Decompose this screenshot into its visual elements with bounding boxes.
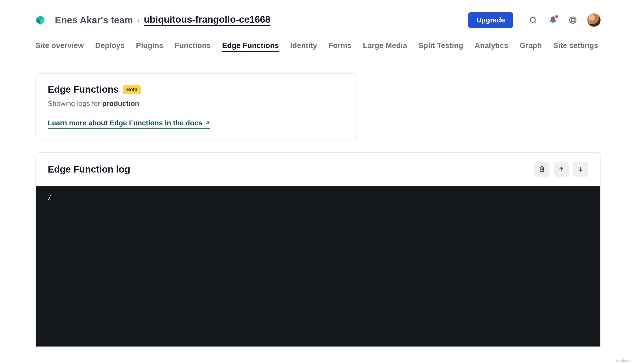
tab-plugins[interactable]: Plugins: [136, 41, 163, 52]
tab-site-settings[interactable]: Site settings: [553, 41, 598, 52]
svg-line-5: [534, 22, 536, 24]
svg-line-10: [570, 21, 572, 23]
breadcrumb-team[interactable]: Enes Akar's team: [55, 15, 133, 26]
tab-site-overview[interactable]: Site overview: [36, 41, 84, 52]
tab-analytics[interactable]: Analytics: [474, 41, 508, 52]
card-subtitle: Showing logs for production: [48, 100, 345, 108]
learn-more-link[interactable]: Learn more about Edge Functions in the d…: [48, 119, 210, 128]
top-header: Enes Akar's team › ubiquitous-frangollo-…: [36, 10, 600, 31]
chevron-right-icon: ›: [137, 16, 140, 24]
edge-function-log-panel: Edge Function log /: [36, 152, 600, 347]
tab-graph[interactable]: Graph: [520, 41, 542, 52]
tab-edge-functions[interactable]: Edge Functions: [222, 41, 279, 52]
tab-split-testing[interactable]: Split Testing: [418, 41, 464, 52]
lifebuoy-icon[interactable]: [566, 14, 579, 26]
card-sub-prefix: Showing logs for: [48, 100, 102, 107]
clipboard-export-icon: [538, 166, 545, 172]
scroll-down-button[interactable]: [573, 162, 588, 177]
edge-functions-card: Edge Functions Beta Showing logs for pro…: [36, 73, 357, 140]
copy-log-button[interactable]: [534, 162, 550, 177]
card-sub-env: production: [102, 100, 139, 107]
svg-line-9: [574, 21, 576, 23]
tab-identity[interactable]: Identity: [290, 41, 317, 52]
log-output[interactable]: /: [36, 186, 600, 346]
scroll-up-button[interactable]: [554, 162, 569, 177]
external-link-icon: [205, 120, 210, 126]
svg-point-4: [530, 17, 535, 22]
arrow-down-icon: [577, 166, 584, 172]
svg-line-11: [574, 18, 576, 19]
log-title: Edge Function log: [48, 164, 534, 175]
watermark: wsxdn.com: [616, 359, 634, 362]
beta-badge: Beta: [123, 85, 141, 94]
upgrade-button[interactable]: Upgrade: [468, 12, 513, 28]
learn-more-label: Learn more about Edge Functions in the d…: [48, 119, 202, 127]
arrow-up-icon: [558, 166, 564, 172]
netlify-logo-icon[interactable]: [36, 15, 46, 25]
notification-dot: [555, 15, 558, 18]
log-actions: [534, 162, 588, 177]
svg-point-7: [572, 19, 574, 22]
breadcrumb-site[interactable]: ubiquitous-frangollo-ce1668: [144, 14, 270, 26]
site-tabs: Site overview Deploys Plugins Functions …: [36, 41, 600, 52]
search-icon[interactable]: [527, 14, 540, 26]
card-title: Edge Functions: [48, 84, 119, 95]
log-header: Edge Function log: [36, 153, 600, 186]
bell-icon[interactable]: [547, 14, 560, 26]
tab-functions[interactable]: Functions: [175, 41, 211, 52]
breadcrumb: Enes Akar's team › ubiquitous-frangollo-…: [55, 14, 270, 26]
svg-line-8: [570, 18, 572, 19]
user-avatar[interactable]: [587, 14, 600, 27]
tab-large-media[interactable]: Large Media: [363, 41, 407, 52]
tab-deploys[interactable]: Deploys: [95, 41, 124, 52]
tab-forms[interactable]: Forms: [328, 41, 352, 52]
